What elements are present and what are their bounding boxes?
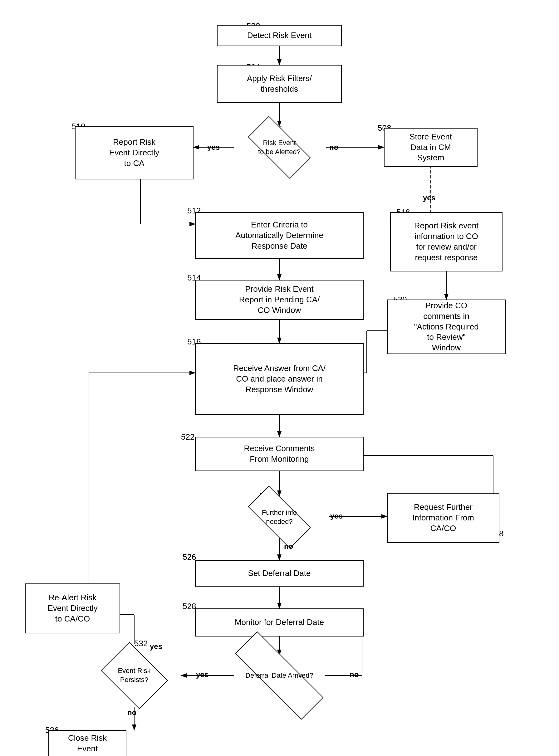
node-risk-event-alerted: Risk Eventto be Alerted? <box>234 127 325 168</box>
node-provide-co-comments: Provide COcomments in"Actions Requiredto… <box>387 300 506 354</box>
node-deferral-date-arrived: Deferral Date Arrived? <box>212 655 346 696</box>
node-enter-criteria: Enter Criteria toAutomatically Determine… <box>195 212 364 259</box>
node-detect-risk-event: Detect Risk Event <box>217 25 342 46</box>
node-request-further-info: Request FurtherInformation FromCA/CO <box>387 493 499 543</box>
ref-526: 526 <box>183 552 196 562</box>
label-no-506-508: no <box>329 143 338 152</box>
label-no-532: no <box>127 708 136 717</box>
ref-528: 528 <box>183 601 196 611</box>
label-yes-530: yes <box>196 670 208 679</box>
node-set-deferral-date: Set Deferral Date <box>195 560 364 587</box>
label-yes-524: yes <box>330 512 343 521</box>
node-store-event-data: Store EventData in CMSystem <box>384 128 477 167</box>
node-monitor-deferral-date: Monitor for Deferral Date <box>195 609 364 637</box>
label-yes-532: yes <box>150 642 162 651</box>
node-close-risk-event: Close RiskEvent <box>48 730 127 756</box>
node-receive-comments-monitoring: Receive CommentsFrom Monitoring <box>195 437 364 471</box>
node-provide-risk-report: Provide Risk EventReport in Pending CA/C… <box>195 280 364 320</box>
node-event-risk-persists: Event RiskPersists? <box>92 644 176 707</box>
flowchart-container: 502 Detect Risk Event 504 Apply Risk Fil… <box>0 0 559 756</box>
node-receive-answer: Receive Answer from CA/CO and place answ… <box>195 343 364 415</box>
node-further-info: Further infoneeded? <box>234 496 325 538</box>
ref-522: 522 <box>181 432 195 442</box>
label-no-524: no <box>284 542 293 551</box>
node-apply-risk-filters: Apply Risk Filters/thresholds <box>217 65 342 103</box>
label-yes-506-510: yes <box>207 143 220 152</box>
node-report-risk-directly-ca: Report RiskEvent Directlyto CA <box>75 127 194 179</box>
label-yes-dashed: yes <box>423 193 435 202</box>
node-re-alert-risk-event: Re-Alert RiskEvent Directlyto CA/CO <box>25 583 120 633</box>
node-report-risk-co: Report Risk eventinformation to COfor re… <box>390 212 502 271</box>
label-no-530: no <box>350 670 359 679</box>
